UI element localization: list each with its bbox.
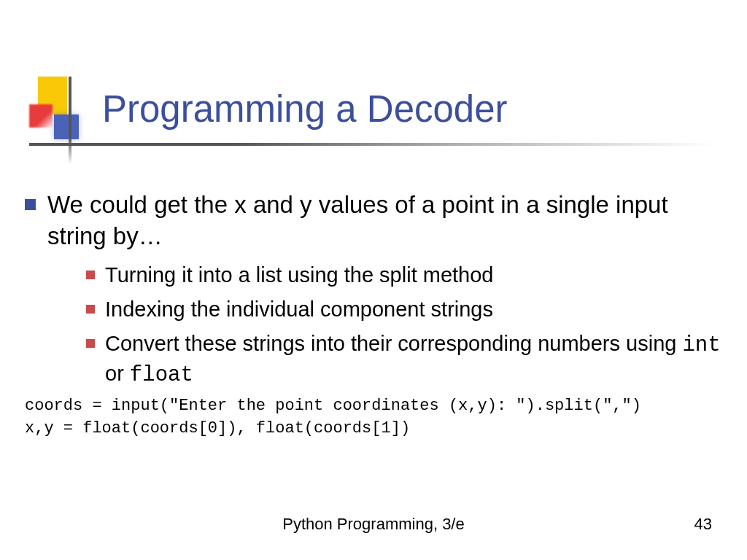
square-blue <box>54 114 79 139</box>
bullet-square-icon <box>86 271 95 279</box>
slide-title: Programming a Decoder <box>102 88 508 131</box>
bullet-text: We could get the x and y values of a poi… <box>47 190 725 252</box>
text-span: Convert these strings into their corresp… <box>105 332 682 355</box>
list-item: Turning it into a list using the split m… <box>86 261 725 289</box>
code-line: x,y = float(coords[0]), float(coords[1]) <box>25 419 410 438</box>
bullet-square-icon <box>25 199 36 210</box>
content-area: We could get the x and y values of a poi… <box>25 190 725 440</box>
bullet-text: Turning it into a list using the split m… <box>105 261 493 289</box>
list-item: We could get the x and y values of a poi… <box>25 190 725 252</box>
code-block: coords = input("Enter the point coordina… <box>25 395 725 440</box>
title-decoration <box>29 77 88 149</box>
code-span: float <box>130 363 193 387</box>
code-span: int <box>682 333 720 357</box>
list-item: Convert these strings into their corresp… <box>86 330 725 389</box>
bullet-square-icon <box>86 305 95 314</box>
footer-text: Python Programming, 3/e <box>0 515 747 534</box>
page-number: 43 <box>694 515 712 534</box>
square-red <box>29 104 53 128</box>
vertical-rule <box>69 77 71 164</box>
bullet-square-icon <box>86 339 95 348</box>
horizontal-rule <box>29 143 715 146</box>
code-line: coords = input("Enter the point coordina… <box>25 397 641 415</box>
bullet-text: Indexing the individual component string… <box>105 295 493 324</box>
text-span: or <box>105 362 130 385</box>
sub-list: Turning it into a list using the split m… <box>86 261 725 390</box>
list-item: Indexing the individual component string… <box>86 295 725 324</box>
bullet-text: Convert these strings into their corresp… <box>105 330 725 389</box>
